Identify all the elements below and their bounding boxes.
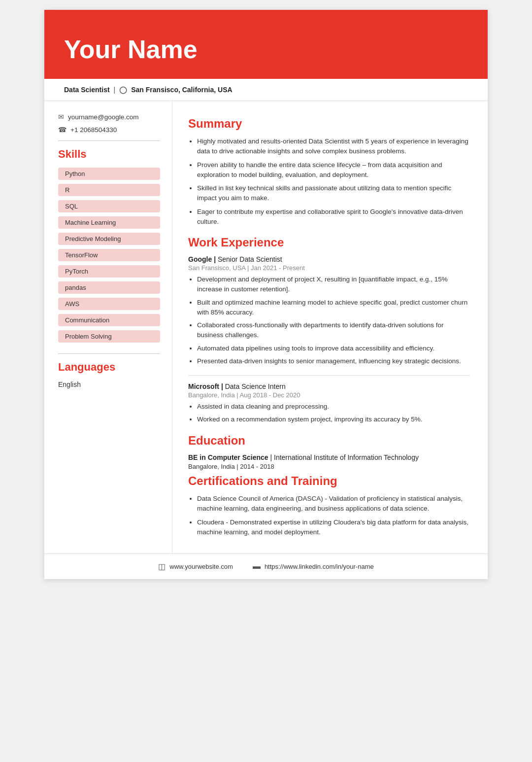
job-divider-1 xyxy=(188,375,470,376)
skill-tag: PyTorch xyxy=(58,265,160,277)
skill-tag: Predictive Modeling xyxy=(58,233,160,245)
skills-list: PythonRSQLMachine LearningPredictive Mod… xyxy=(58,168,160,346)
divider-2 xyxy=(58,353,160,354)
skills-section: Skills PythonRSQLMachine LearningPredict… xyxy=(58,148,160,346)
cert-item: Data Science Council of America (DASCA) … xyxy=(197,494,470,514)
job-google: Google | Senior Data Scientist San Frans… xyxy=(188,255,470,366)
email-item: ✉ yourname@google.com xyxy=(58,113,160,121)
skill-tag: pandas xyxy=(58,281,160,294)
work-experience-section: Work Experience Google | Senior Data Sci… xyxy=(188,236,470,425)
microsoft-title-line: Microsoft | Data Science Intern xyxy=(188,382,470,390)
summary-title: Summary xyxy=(188,117,470,131)
summary-list: Highly motivated and results-oriented Da… xyxy=(188,137,470,227)
certifications-title: Certifications and Training xyxy=(188,474,470,488)
location-icon: ◯ xyxy=(119,86,127,94)
edu-block: BE in Computer Science | International I… xyxy=(188,453,470,470)
skills-title: Skills xyxy=(58,148,160,161)
edu-degree-bold: BE in Computer Science xyxy=(188,453,268,461)
skill-tag: Python xyxy=(58,168,160,180)
phone-text: +1 2068504330 xyxy=(70,126,117,134)
linkedin-icon: ▬ xyxy=(253,562,261,571)
google-company: Google xyxy=(188,255,212,263)
website-url: www.yourwebsite.com xyxy=(169,563,233,570)
job-title: Data Scientist xyxy=(64,86,110,94)
google-bullet: Built and optimized machine learning mod… xyxy=(197,298,470,318)
certifications-section: Certifications and Training Data Science… xyxy=(188,474,470,538)
microsoft-company: Microsoft xyxy=(188,382,219,390)
left-column: ✉ yourname@google.com ☎ +1 2068504330 Sk… xyxy=(44,101,172,554)
microsoft-bullet: Assisted in data cleaning and preprocess… xyxy=(197,402,470,412)
edu-location-date: Bangalore, India | 2014 - 2018 xyxy=(188,463,470,470)
summary-item: Highly motivated and results-oriented Da… xyxy=(197,137,470,157)
skill-tag: SQL xyxy=(58,200,160,212)
languages-section: Languages English xyxy=(58,361,160,388)
job-microsoft: Microsoft | Data Science Intern Bangalor… xyxy=(188,382,470,425)
education-title: Education xyxy=(188,434,470,448)
header-banner: Your Name xyxy=(44,10,488,79)
linkedin-url: https://www.linkedin.com/in/your-name xyxy=(265,563,374,570)
cert-item: Cloudera - Demonstrated expertise in uti… xyxy=(197,518,470,538)
work-experience-title: Work Experience xyxy=(188,236,470,249)
edu-degree: BE in Computer Science | International I… xyxy=(188,453,470,461)
skill-tag: Communication xyxy=(58,314,160,326)
google-bullets: Development and deployment of project X,… xyxy=(188,275,470,366)
google-title-line: Google | Senior Data Scientist xyxy=(188,255,470,263)
google-separator: | xyxy=(214,255,218,263)
google-bullet: Development and deployment of project X,… xyxy=(197,275,470,295)
skill-tag: Problem Solving xyxy=(58,330,160,343)
microsoft-role: Data Science Intern xyxy=(225,382,286,390)
separator: | xyxy=(114,86,116,94)
education-section: Education BE in Computer Science | Inter… xyxy=(188,434,470,470)
microsoft-separator: | xyxy=(221,382,225,390)
subheader: Data Scientist | ◯ San Fransisco, Califo… xyxy=(44,79,488,101)
microsoft-location-date: Bangalore, India | Aug 2018 - Dec 2020 xyxy=(188,391,470,399)
resume-container: Your Name Data Scientist | ◯ San Fransis… xyxy=(44,10,488,579)
location: San Fransisco, California, USA xyxy=(131,86,232,94)
skill-tag: AWS xyxy=(58,298,160,310)
languages-title: Languages xyxy=(58,361,160,374)
summary-section: Summary Highly motivated and results-ori… xyxy=(188,117,470,227)
google-bullet: Automated data pipelines using tools to … xyxy=(197,344,470,353)
skill-tag: Machine Learning xyxy=(58,216,160,229)
microsoft-bullets: Assisted in data cleaning and preprocess… xyxy=(188,402,470,425)
google-location-date: San Fransisco, USA | Jan 2021 - Present xyxy=(188,264,470,272)
google-role: Senior Data Scientist xyxy=(218,255,282,263)
website-icon: ◫ xyxy=(158,562,166,571)
microsoft-bullet: Worked on a recommendation system projec… xyxy=(197,415,470,424)
phone-item: ☎ +1 2068504330 xyxy=(58,126,160,134)
footer: ◫ www.yourwebsite.com ▬ https://www.link… xyxy=(44,554,488,579)
edu-institution-sep: | xyxy=(270,453,274,461)
google-bullet: Collaborated cross-functionally with dep… xyxy=(197,320,470,341)
summary-item: Eager to contribute my expertise and col… xyxy=(197,207,470,227)
right-column: Summary Highly motivated and results-ori… xyxy=(172,101,488,554)
language-english: English xyxy=(58,381,160,388)
summary-item: Skilled in list key technical skills and… xyxy=(197,183,470,204)
candidate-name: Your Name xyxy=(64,35,468,64)
skill-tag: R xyxy=(58,184,160,196)
email-icon: ✉ xyxy=(58,113,64,121)
phone-icon: ☎ xyxy=(58,126,66,134)
footer-linkedin: ▬ https://www.linkedin.com/in/your-name xyxy=(253,562,374,571)
summary-item: Proven ability to handle the entire data… xyxy=(197,160,470,180)
skill-tag: TensorFlow xyxy=(58,249,160,261)
main-content: ✉ yourname@google.com ☎ +1 2068504330 Sk… xyxy=(44,101,488,554)
email-text: yourname@google.com xyxy=(68,113,139,121)
cert-list: Data Science Council of America (DASCA) … xyxy=(188,494,470,538)
footer-website: ◫ www.yourwebsite.com xyxy=(158,562,233,571)
edu-institution: International Institute of Information T… xyxy=(274,453,419,461)
google-bullet: Presented data-driven insights to senior… xyxy=(197,356,470,366)
divider-1 xyxy=(58,140,160,141)
